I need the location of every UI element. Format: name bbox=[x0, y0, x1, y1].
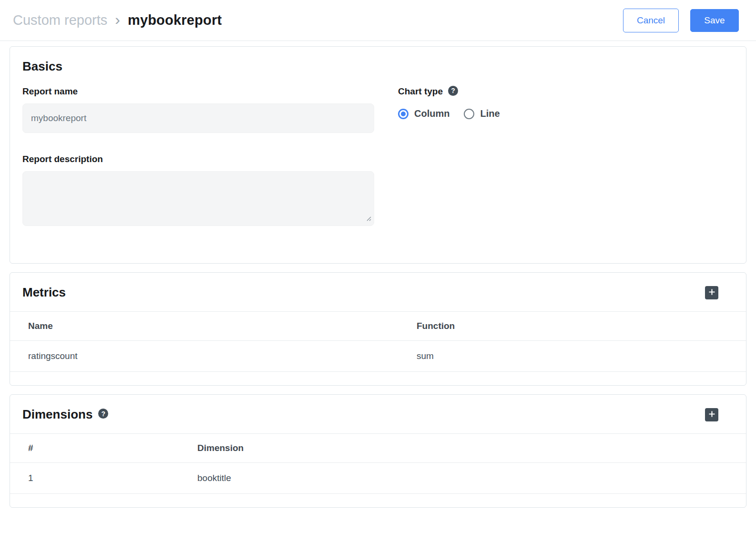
report-description-input[interactable] bbox=[22, 171, 374, 226]
add-dimension-button[interactable] bbox=[705, 408, 718, 421]
page-title: mybookreport bbox=[128, 12, 222, 28]
metrics-footer-space bbox=[10, 372, 746, 385]
dimensions-card: Dimensions ? # Dimension 1 booktitle bbox=[10, 394, 746, 508]
basics-right-column: Chart type ? Column Line bbox=[398, 86, 734, 228]
metric-row[interactable]: ratingscount sum bbox=[10, 341, 746, 372]
radio-selected-icon[interactable] bbox=[398, 109, 409, 119]
header-actions: Cancel Save bbox=[623, 9, 739, 32]
dimensions-footer-space bbox=[10, 494, 746, 507]
basics-card: Basics Report name Report description Ch… bbox=[10, 46, 746, 264]
report-description-label: Report description bbox=[22, 154, 374, 164]
basics-title: Basics bbox=[22, 59, 734, 74]
chart-type-header: Chart type ? bbox=[398, 86, 734, 97]
metrics-col-name: Name bbox=[10, 312, 417, 341]
metrics-col-function: Function bbox=[417, 312, 746, 341]
metrics-title: Metrics bbox=[22, 285, 66, 300]
page-header: Custom reports › mybookreport Cancel Sav… bbox=[0, 0, 756, 41]
dimensions-header-row: # Dimension bbox=[10, 434, 746, 463]
report-name-label: Report name bbox=[22, 86, 374, 97]
metric-function-cell: sum bbox=[417, 341, 746, 372]
chart-type-label: Chart type bbox=[398, 86, 443, 97]
metrics-card: Metrics Name Function ratingscount sum bbox=[10, 272, 746, 386]
breadcrumb-chevron-icon: › bbox=[115, 12, 120, 29]
basics-grid: Report name Report description Chart typ… bbox=[22, 86, 734, 228]
dimensions-card-header: Dimensions ? bbox=[10, 395, 746, 433]
chart-type-line-radio[interactable]: Line bbox=[464, 108, 500, 119]
radio-unselected-icon[interactable] bbox=[464, 109, 474, 119]
dimensions-table: # Dimension 1 booktitle bbox=[10, 433, 746, 494]
dimensions-title: Dimensions bbox=[22, 407, 92, 422]
basics-left-column: Report name Report description bbox=[22, 86, 374, 228]
plus-icon bbox=[709, 411, 715, 419]
cancel-button[interactable]: Cancel bbox=[623, 9, 679, 32]
report-name-input[interactable] bbox=[22, 103, 374, 133]
page: Custom reports › mybookreport Cancel Sav… bbox=[0, 0, 756, 533]
chart-type-line-label: Line bbox=[480, 108, 500, 119]
breadcrumb-parent-link[interactable]: Custom reports bbox=[13, 12, 107, 28]
add-metric-button[interactable] bbox=[705, 286, 718, 299]
chart-type-column-radio[interactable]: Column bbox=[398, 108, 450, 119]
chart-type-help-icon[interactable]: ? bbox=[448, 86, 458, 96]
report-description-wrap bbox=[22, 171, 374, 228]
chart-type-column-label: Column bbox=[414, 108, 450, 119]
chart-type-radio-group: Column Line bbox=[398, 108, 734, 119]
metrics-card-header: Metrics bbox=[10, 273, 746, 311]
dimension-row[interactable]: 1 booktitle bbox=[10, 463, 746, 494]
dimensions-title-row: Dimensions ? bbox=[22, 407, 108, 422]
plus-icon bbox=[709, 289, 715, 297]
breadcrumb: Custom reports › mybookreport bbox=[13, 12, 222, 29]
save-button[interactable]: Save bbox=[690, 9, 739, 32]
dimension-number-cell: 1 bbox=[10, 463, 197, 494]
metrics-header-row: Name Function bbox=[10, 312, 746, 341]
metric-name-cell: ratingscount bbox=[10, 341, 417, 372]
dimensions-col-dimension: Dimension bbox=[197, 434, 746, 463]
dimensions-col-number: # bbox=[10, 434, 197, 463]
metrics-table: Name Function ratingscount sum bbox=[10, 311, 746, 372]
dimension-name-cell: booktitle bbox=[197, 463, 746, 494]
dimensions-help-icon[interactable]: ? bbox=[98, 409, 108, 419]
